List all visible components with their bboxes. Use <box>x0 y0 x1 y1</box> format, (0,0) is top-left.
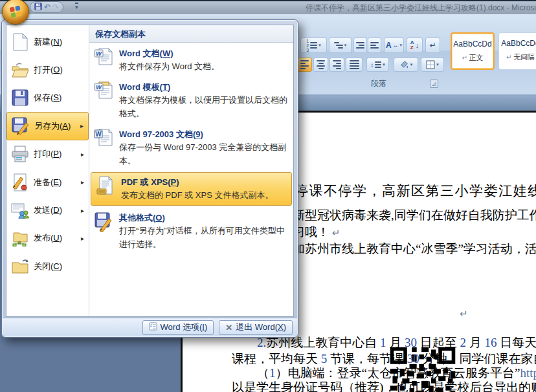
align-right-button[interactable] <box>329 58 344 72</box>
word-options-icon <box>149 322 157 332</box>
submenu-header: 保存文档副本 <box>89 25 293 43</box>
style-no-spacing[interactable]: AaBbCcDd ↵ 无间隔 <box>498 32 536 70</box>
word-97-2003-icon: W <box>94 128 113 149</box>
svg-text:W: W <box>95 131 102 138</box>
new-document-icon <box>10 32 30 52</box>
menu-item-label: 新建(N) <box>34 36 77 48</box>
submenu-arrow-icon: ▸ <box>80 122 86 129</box>
multilevel-list-button[interactable]: ▾ <box>329 38 352 53</box>
exit-word-label: 退出 Word(X) <box>236 321 286 333</box>
submenu-item-title: PDF 或 XPS(P) <box>121 176 273 188</box>
word-window: 停课不停学，高新区第三小学娄江娃线上学习攻略 新型冠状病毒来袭,同学们在做好自我… <box>0 0 536 392</box>
exit-x-icon: ✕ <box>225 323 232 332</box>
align-left-button[interactable] <box>297 58 312 72</box>
menu-item-open[interactable]: 打开(O) <box>6 56 89 83</box>
customize-quick-access-icon[interactable]: ▾ <box>75 3 78 10</box>
submenu-item-title: 其他格式(O) <box>119 212 289 224</box>
menu-item-close[interactable]: 关闭(C) <box>6 252 89 280</box>
increase-indent-button[interactable] <box>368 38 381 53</box>
style-paragraph-mark: ↵ <box>462 54 469 61</box>
save-as-submenu: 保存文档副本 W Word 文档(W) 将文件保存为 Word 文档。 W <box>89 25 293 316</box>
submenu-item-desc: 发布文档的 PDF 或 XPS 文件格式副本。 <box>121 188 273 202</box>
exit-word-button[interactable]: ✕ 退出 Word(X) <box>219 320 293 335</box>
menu-item-label: 发布(U) <box>34 232 77 244</box>
borders-button[interactable]: ▾ <box>421 58 444 72</box>
other-formats-icon <box>94 212 113 232</box>
publish-icon <box>10 228 30 248</box>
office-menu-left-column: 新建(N) 打开(O) 保存(S) <box>6 25 89 316</box>
menu-item-label: 打开(O) <box>34 64 77 76</box>
submenu-arrow-icon: ▸ <box>81 179 87 186</box>
submenu-item-pdf-xps[interactable]: PDF 或 XPS(P) 发布文档的 PDF 或 XPS 文件格式副本。 <box>91 172 292 206</box>
menu-item-publish[interactable]: 发布(U) ▸ <box>6 224 89 252</box>
menu-item-label: 发送(D) <box>34 204 77 216</box>
numbered-list-button[interactable]: 123 ▾ <box>300 38 327 53</box>
open-folder-icon <box>10 60 30 80</box>
close-folder-icon <box>10 257 30 276</box>
word-template-icon: W <box>94 81 113 102</box>
submenu-item-word-97-2003[interactable]: W Word 97-2003 文档(9) 保存一份与 Word 97-2003 … <box>89 124 293 171</box>
doc-line: 2.苏州线上教育中心自 1 月 30 日起至 2 月 16 日每天提供小学一至 <box>257 334 536 351</box>
justify-button[interactable] <box>346 58 363 72</box>
menu-item-label: 准备(E) <box>34 177 77 188</box>
submenu-arrow-icon: ▸ <box>81 207 87 214</box>
submenu-item-title: Word 文档(W) <box>119 47 219 60</box>
dialog-launcher-icon[interactable]: ◿ <box>430 80 438 88</box>
submenu-item-desc: 保存一份与 Word 97-2003 完全兼容的文档副本。 <box>119 140 289 168</box>
align-center-button[interactable] <box>313 58 328 72</box>
menu-item-label: 打印(P) <box>34 148 77 160</box>
doc-line: 习哦！ ↵ <box>293 224 340 241</box>
menu-item-save-as[interactable]: 另存为(A) ▸ <box>6 112 89 140</box>
word-options-button[interactable]: Word 选项(I) <box>142 320 214 335</box>
show-marks-button[interactable]: ↵ <box>425 38 440 53</box>
paragraph-mark: ↵ <box>460 308 468 320</box>
submenu-item-title: Word 97-2003 文档(9) <box>119 128 289 140</box>
sort-button[interactable]: AZ ↓ <box>407 38 423 53</box>
submenu-item-title: Word 模板(T) <box>119 81 289 93</box>
send-icon <box>10 201 30 220</box>
print-icon <box>10 144 30 164</box>
office-menu: 新建(N) 打开(O) 保存(S) <box>1 19 298 338</box>
style-paragraph-mark: ↵ <box>506 54 513 61</box>
window-title: 停课不停学，高新区第三小学娄江娃线上学习攻略(1).docx - Microso… <box>306 3 536 14</box>
submenu-arrow-icon: ▸ <box>81 235 87 242</box>
quick-access-toolbar: ↶ ↷ <box>30 1 63 13</box>
save-as-icon <box>11 116 30 136</box>
shading-button[interactable]: ▾ <box>394 58 418 72</box>
undo-icon[interactable]: ↶ <box>44 3 50 11</box>
menu-item-print[interactable]: 打印(P) ▸ <box>6 140 89 168</box>
paragraph-group-label: 段落 <box>327 78 430 89</box>
menu-item-label: 关闭(C) <box>34 261 77 272</box>
redo-icon[interactable]: ↷ <box>52 3 59 11</box>
prepare-icon <box>10 173 30 192</box>
submenu-item-word-template[interactable]: W Word 模板(T) 将文档保存为模板，以便用于设置以后文档的格式。 <box>89 76 293 124</box>
save-icon[interactable] <box>34 3 42 12</box>
line-spacing-button[interactable]: ↕ ▾ <box>366 58 389 72</box>
submenu-item-desc: 将文档保存为模板，以便用于设置以后文档的格式。 <box>119 93 289 120</box>
doc-heading: 停课不停学，高新区第三小学娄江娃线上学习攻略 <box>295 182 536 200</box>
submenu-item-desc: 打开“另存为”对话框，从所有可用文件类型中进行选择。 <box>119 224 289 251</box>
menu-item-label: 保存(S) <box>34 92 77 103</box>
doc-line: 加苏州市线上教育中心“冰雪季”学习活动，活动详情扫描二 <box>293 241 536 257</box>
doc-line: 新型冠状病毒来袭,同学们在做好自我防护工作的同时,可以 <box>293 207 536 224</box>
menu-item-send[interactable]: 发送(D) ▸ <box>6 196 89 224</box>
decrease-indent-button[interactable] <box>353 38 367 53</box>
office-menu-footer: Word 选项(I) ✕ 退出 Word(X) <box>3 318 297 336</box>
doc-line: 以是学生身份证号码（推荐)，也可以是学校后台导出的账号，原始密 <box>232 379 536 392</box>
menu-item-new[interactable]: 新建(N) <box>6 28 89 56</box>
menu-item-save[interactable]: 保存(S) <box>6 84 89 112</box>
save-icon <box>10 88 30 107</box>
submenu-item-other-formats[interactable]: 其他格式(O) 打开“另存为”对话框，从所有可用文件类型中进行选择。 <box>89 207 293 254</box>
office-logo-icon <box>9 5 22 18</box>
style-normal[interactable]: AaBbCcDd ↵ 正文 <box>451 32 495 70</box>
menu-item-label: 另存为(A) <box>34 120 76 132</box>
word-document-icon: W <box>94 47 113 68</box>
word-options-label: Word 选项(I) <box>161 321 208 333</box>
submenu-item-desc: 将文件保存为 Word 文档。 <box>119 60 219 73</box>
asian-layout-button[interactable]: A↔▾ <box>384 38 404 53</box>
submenu-arrow-icon: ▸ <box>81 151 87 158</box>
submenu-item-word-document[interactable]: W Word 文档(W) 将文件保存为 Word 文档。 <box>89 43 293 76</box>
styles-gallery: AaBbCcDd ↵ 正文 AaBbCcDd ↵ 无间隔 <box>449 31 536 76</box>
pdf-xps-icon <box>96 176 115 197</box>
menu-item-prepare[interactable]: 准备(E) ▸ <box>6 168 89 196</box>
